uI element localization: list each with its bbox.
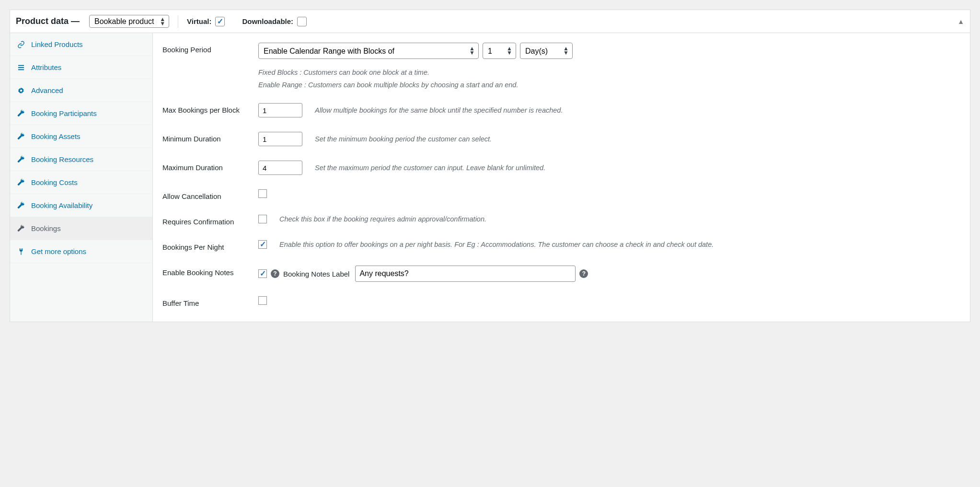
booking-notes-label: Enable Booking Notes: [162, 266, 258, 277]
min-duration-input[interactable]: [258, 132, 302, 146]
svg-rect-2: [18, 69, 24, 70]
requires-confirmation-hint: Check this box if the booking requires a…: [279, 215, 486, 223]
max-duration-input[interactable]: [258, 161, 302, 175]
tab-advanced: Advanced: [10, 79, 152, 102]
product-data-tabs: Linked Products Attributes: [10, 33, 153, 322]
allow-cancellation-label: Allow Cancellation: [162, 189, 258, 200]
tab-label: Attributes: [31, 63, 61, 71]
max-duration-label: Maximum Duration: [162, 161, 258, 172]
max-per-block-label: Max Bookings per Block: [162, 103, 258, 114]
row-enable-booking-notes: Enable Booking Notes ? Booking Notes Lab…: [162, 266, 960, 282]
tab-booking-availability: Booking Availability: [10, 194, 152, 217]
booking-period-unit-select[interactable]: Day(s): [520, 43, 573, 59]
product-data-title: Product data —: [16, 16, 80, 26]
tab-label: Linked Products: [31, 40, 83, 48]
tab-get-more-options: Get more options: [10, 240, 152, 263]
row-bookings-per-night: Bookings Per Night Enable this option to…: [162, 240, 960, 251]
downloadable-checkbox[interactable]: [297, 17, 307, 26]
gear-icon: [17, 87, 25, 94]
buffer-time-label: Buffer Time: [162, 296, 258, 307]
tab-linked-products: Linked Products: [10, 33, 152, 56]
downloadable-label: Downloadable:: [242, 17, 293, 25]
tab-label: Get more options: [31, 247, 86, 255]
virtual-label: Virtual:: [187, 17, 211, 25]
virtual-checkbox[interactable]: [215, 17, 225, 26]
svg-rect-1: [18, 67, 24, 68]
tab-booking-participants: Booking Participants: [10, 102, 152, 125]
row-max-bookings-per-block: Max Bookings per Block Allow multiple bo…: [162, 103, 960, 117]
allow-cancellation-checkbox[interactable]: [258, 189, 267, 198]
buffer-time-checkbox[interactable]: [258, 296, 267, 305]
divider: [178, 15, 178, 28]
min-duration-label: Minimum Duration: [162, 132, 258, 143]
wrench-icon: [17, 225, 25, 232]
tab-attributes: Attributes: [10, 56, 152, 79]
tab-label: Booking Availability: [31, 201, 92, 209]
product-data-panel: Product data — Bookable product ▲▼ Virtu…: [10, 10, 970, 322]
link-icon: [17, 41, 25, 48]
booking-notes-checkbox[interactable]: [258, 269, 267, 278]
tab-booking-costs: Booking Costs: [10, 171, 152, 194]
tab-label: Bookings: [31, 224, 61, 232]
row-maximum-duration: Maximum Duration Set the maximum period …: [162, 161, 960, 175]
wrench-icon: [17, 202, 25, 209]
product-data-header: Product data — Bookable product ▲▼ Virtu…: [10, 10, 970, 33]
tab-label: Booking Resources: [31, 155, 93, 163]
per-night-label: Bookings Per Night: [162, 240, 258, 251]
booking-notes-text-input[interactable]: [355, 266, 576, 282]
tab-label: Booking Assets: [31, 132, 81, 140]
help-icon[interactable]: ?: [579, 269, 588, 278]
wrench-icon: [17, 133, 25, 140]
product-type-select[interactable]: Bookable product: [89, 15, 169, 28]
tab-label: Booking Costs: [31, 178, 78, 186]
list-icon: [17, 64, 25, 71]
booking-period-hint1: Fixed Blocks : Customers can book one bl…: [258, 69, 960, 76]
max-per-block-input[interactable]: [258, 103, 302, 117]
booking-period-label: Booking Period: [162, 43, 258, 54]
svg-point-4: [20, 89, 23, 92]
row-buffer-time: Buffer Time: [162, 296, 960, 307]
row-allow-cancellation: Allow Cancellation: [162, 189, 960, 200]
max-duration-hint: Set the maximum period the customer can …: [315, 164, 545, 172]
tab-booking-resources: Booking Resources: [10, 148, 152, 171]
tab-label: Booking Participants: [31, 109, 97, 117]
row-requires-confirmation: Requires Confirmation Check this box if …: [162, 215, 960, 226]
wrench-icon: [17, 156, 25, 163]
tab-booking-assets: Booking Assets: [10, 125, 152, 148]
tab-label: Advanced: [31, 86, 63, 94]
per-night-hint: Enable this option to offer bookings on …: [279, 241, 960, 248]
svg-rect-0: [18, 65, 24, 66]
wrench-icon: [17, 110, 25, 117]
requires-confirmation-label: Requires Confirmation: [162, 215, 258, 226]
booking-period-hint2: Enable Range : Customers can book multip…: [258, 81, 960, 89]
min-duration-hint: Set the minimum booking period the custo…: [315, 135, 492, 143]
booking-period-mode-select[interactable]: Enable Calendar Range with Blocks of: [258, 43, 479, 59]
booking-notes-field-label: Booking Notes Label: [283, 270, 349, 278]
tab-bookings: Bookings: [10, 217, 152, 240]
max-per-block-hint: Allow multiple bookings for the same blo…: [315, 106, 563, 114]
plug-icon: [17, 248, 25, 255]
per-night-checkbox[interactable]: [258, 240, 267, 249]
help-icon[interactable]: ?: [271, 269, 279, 278]
booking-period-qty-select[interactable]: 1: [483, 43, 516, 59]
collapse-icon[interactable]: ▲: [957, 18, 964, 25]
row-minimum-duration: Minimum Duration Set the minimum booking…: [162, 132, 960, 146]
wrench-icon: [17, 179, 25, 186]
bookings-settings-panel: Booking Period Enable Calendar Range wit…: [153, 33, 970, 322]
requires-confirmation-checkbox[interactable]: [258, 215, 267, 223]
row-booking-period: Booking Period Enable Calendar Range wit…: [162, 43, 960, 89]
